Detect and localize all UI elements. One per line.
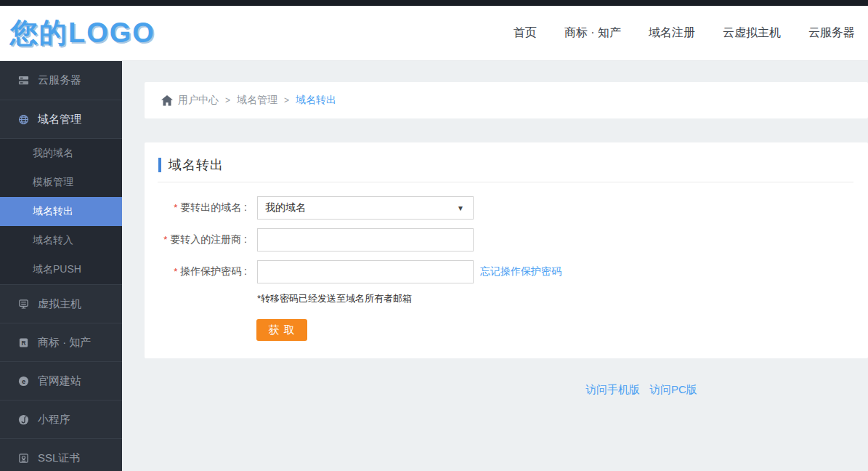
breadcrumb-user-center[interactable]: 用户中心 <box>178 94 219 107</box>
required-mark: * <box>174 266 177 277</box>
sidebar-item-label: 虚拟主机 <box>38 297 81 311</box>
sidebar-subitem-template-management[interactable]: 模板管理 <box>0 168 122 197</box>
top-nav-home[interactable]: 首页 <box>514 25 537 41</box>
visit-mobile-link[interactable]: 访问手机版 <box>585 383 640 397</box>
title-accent-bar <box>158 158 161 172</box>
svg-text:e: e <box>22 377 25 385</box>
protect-password-label: *操作保护密码 : <box>145 265 257 278</box>
field-label-text: 操作保护密码 : <box>180 265 247 277</box>
breadcrumb-domain-management[interactable]: 域名管理 <box>237 94 277 107</box>
sidebar-item-virtual-host[interactable]: 虚拟主机 <box>0 284 122 323</box>
site-header: 您的LOGO 首页 商标 · 知产 域名注册 云虚拟主机 云服务器 <box>0 6 868 61</box>
top-dark-strip <box>0 0 868 6</box>
panel-title-row: 域名转出 <box>158 157 868 172</box>
domain-select-label: *要转出的域名 : <box>145 201 257 214</box>
transfer-password-note: *转移密码已经发送至域名所有者邮箱 <box>257 292 868 303</box>
sidebar-subitem-label: 域名转出 <box>33 205 73 218</box>
domain-select-value: 我的域名 <box>265 201 306 214</box>
breadcrumb: 用户中心 > 域名管理 > 域名转出 <box>145 82 868 118</box>
sidebar-item-domain-management[interactable]: 域名管理 <box>0 100 122 138</box>
panel-title: 域名转出 <box>169 156 224 174</box>
virtual-host-icon <box>18 299 29 310</box>
field-label-text: 要转入的注册商 : <box>170 233 247 245</box>
domain-select[interactable]: 我的域名 ▼ <box>257 196 474 220</box>
transfer-out-form: *要转出的域名 : 我的域名 ▼ *要转入的注册商 : *操作保护密码 : 忘记… <box>145 196 868 341</box>
sidebar-subitem-label: 域名PUSH <box>33 263 81 276</box>
domain-transfer-out-panel: 域名转出 *要转出的域名 : 我的域名 ▼ *要转入的注册商 : *操作保护密码… <box>145 142 868 358</box>
sidebar: 云服务器 域名管理 我的域名 模板管理 域名转出 域名转入 域名PUSH <box>0 61 122 471</box>
sidebar-subitem-label: 模板管理 <box>33 176 73 189</box>
protect-password-input[interactable] <box>257 260 474 283</box>
home-icon <box>161 95 173 106</box>
form-row-registrar: *要转入的注册商 : <box>145 228 868 251</box>
sidebar-item-mini-program[interactable]: 小程序 <box>0 400 122 438</box>
breadcrumb-separator: > <box>225 95 230 105</box>
svg-text:R: R <box>21 339 25 346</box>
form-row-password: *操作保护密码 : 忘记操作保护密码 <box>145 260 868 283</box>
top-nav-cloud-host[interactable]: 云虚拟主机 <box>723 25 781 41</box>
sidebar-item-trademark[interactable]: R 商标 · 知产 <box>0 323 122 361</box>
main-layout: 云服务器 域名管理 我的域名 模板管理 域名转出 域名转入 域名PUSH <box>0 61 868 471</box>
top-navigation: 首页 商标 · 知产 域名注册 云虚拟主机 云服务器 <box>514 25 855 41</box>
content-area: 用户中心 > 域名管理 > 域名转出 域名转出 *要转出的域名 : 我的域名 ▼ <box>122 61 868 471</box>
sidebar-item-website-builder[interactable]: e 官网建站 <box>0 361 122 400</box>
registrar-input-label: *要转入的注册商 : <box>145 233 257 246</box>
sidebar-submenu-domain: 我的域名 模板管理 域名转出 域名转入 域名PUSH <box>0 138 122 284</box>
breadcrumb-current-page: 域名转出 <box>296 94 336 107</box>
sidebar-subitem-label: 域名转入 <box>33 234 73 247</box>
sidebar-item-label: 云服务器 <box>38 73 81 87</box>
form-row-domain: *要转出的域名 : 我的域名 ▼ <box>145 196 868 220</box>
required-mark: * <box>163 234 167 245</box>
sidebar-subitem-domain-transfer-in[interactable]: 域名转入 <box>0 226 122 255</box>
top-nav-domain-register[interactable]: 域名注册 <box>649 25 695 41</box>
ssl-certificate-icon <box>18 453 29 464</box>
top-nav-cloud-server[interactable]: 云服务器 <box>808 25 855 41</box>
trademark-icon: R <box>18 337 29 348</box>
site-logo[interactable]: 您的LOGO <box>10 15 155 52</box>
sidebar-subitem-domain-push[interactable]: 域名PUSH <box>0 255 122 284</box>
sidebar-subitem-domain-transfer-out[interactable]: 域名转出 <box>0 197 122 226</box>
panel-divider <box>158 182 853 182</box>
mini-program-icon <box>18 414 29 425</box>
footer-links: 访问手机版 访问PC版 <box>585 383 697 397</box>
website-builder-icon: e <box>18 376 29 387</box>
globe-icon <box>18 114 29 125</box>
field-label-text: 要转出的域名 : <box>180 201 247 213</box>
top-nav-trademark[interactable]: 商标 · 知产 <box>564 25 621 41</box>
sidebar-item-ssl-certificate[interactable]: SSL证书 <box>0 438 122 471</box>
get-password-button[interactable]: 获 取 <box>256 319 307 341</box>
sidebar-subitem-label: 我的域名 <box>33 147 73 160</box>
breadcrumb-separator: > <box>284 95 289 105</box>
sidebar-item-cloud-server[interactable]: 云服务器 <box>0 61 122 100</box>
sidebar-item-label: 官网建站 <box>38 374 81 388</box>
required-mark: * <box>174 202 177 213</box>
sidebar-item-label: SSL证书 <box>38 451 80 465</box>
sidebar-subitem-my-domains[interactable]: 我的域名 <box>0 139 122 168</box>
cloud-server-icon <box>18 75 29 86</box>
registrar-input[interactable] <box>257 228 474 251</box>
visit-pc-link[interactable]: 访问PC版 <box>649 383 697 397</box>
forgot-password-link[interactable]: 忘记操作保护密码 <box>480 265 561 278</box>
sidebar-item-label: 商标 · 知产 <box>38 336 91 350</box>
chevron-down-icon: ▼ <box>457 204 464 212</box>
sidebar-item-label: 小程序 <box>38 413 70 427</box>
sidebar-item-label: 域名管理 <box>38 113 81 126</box>
